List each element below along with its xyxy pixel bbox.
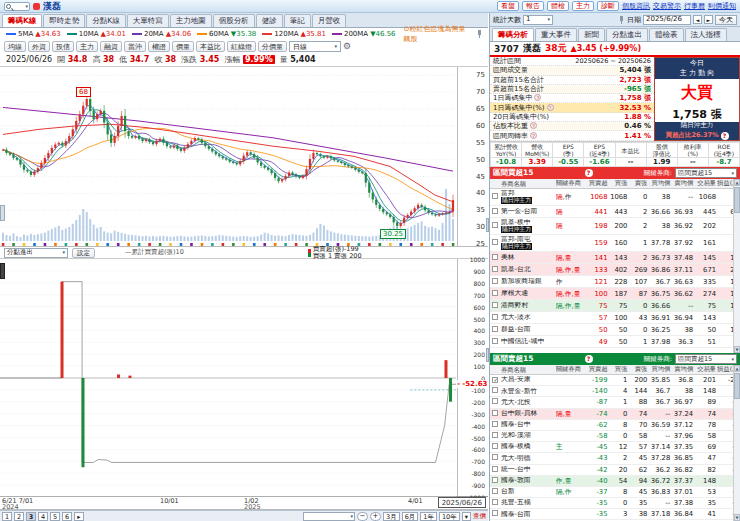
tab-4[interactable]: 主力地圖 bbox=[170, 14, 212, 27]
tab-0[interactable]: 籌碼K線 bbox=[2, 14, 42, 27]
titlebar-link-2[interactable]: 行事曆 bbox=[684, 1, 705, 11]
row-checkbox[interactable] bbox=[490, 454, 501, 462]
titlebar-button-3[interactable]: 主力 bbox=[572, 1, 594, 11]
scrollbar[interactable]: ▲▼ bbox=[733, 179, 740, 353]
zoom-in-button[interactable]: + bbox=[370, 512, 381, 521]
table-row[interactable]: 富邦-南屯隔日沖主力159160137.7837.921614 bbox=[490, 235, 740, 252]
range-button-0[interactable]: 3月 bbox=[383, 512, 400, 521]
row-checkbox[interactable] bbox=[490, 208, 501, 216]
date-input[interactable]: 2025/6/26 bbox=[643, 15, 691, 25]
analysis-tab-3[interactable]: 分點進出 bbox=[606, 28, 648, 41]
chart-toolbar-10[interactable]: 分價量 bbox=[258, 41, 287, 52]
row-checkbox[interactable] bbox=[490, 302, 501, 310]
row-checkbox[interactable] bbox=[490, 398, 501, 406]
table-row[interactable]: 台中銀-員林隔,量-74074--37.2474-6 bbox=[490, 409, 740, 420]
buy-col-1[interactable]: 關鍵券商 bbox=[556, 179, 585, 188]
buy-col-0[interactable]: 券商名稱 bbox=[501, 180, 556, 188]
checkbox-icon[interactable] bbox=[492, 421, 498, 427]
chart-toolbar-1[interactable]: 外資 bbox=[28, 41, 50, 52]
checkbox-icon[interactable] bbox=[492, 326, 498, 332]
titlebar-button-4[interactable]: 診斷 bbox=[597, 1, 619, 11]
buy-col-4[interactable]: 賣張 bbox=[628, 179, 648, 188]
price-chart-panel[interactable]: 75706560555045403530256830.25 bbox=[0, 66, 488, 247]
scroll-thumb[interactable] bbox=[734, 373, 740, 399]
sell-col-2[interactable]: 買賣超 bbox=[585, 365, 609, 374]
analysis-tab-5[interactable]: 法人指標 bbox=[685, 28, 727, 41]
checkbox-icon[interactable] bbox=[492, 266, 498, 272]
checkbox-icon[interactable] bbox=[492, 477, 498, 483]
table-row[interactable]: 元大-北投-8718836.736.9789-9 bbox=[490, 397, 740, 408]
table-row[interactable]: 兆豐-五福-35035--37.3835-2 bbox=[490, 498, 740, 509]
titlebar-link-1[interactable]: 交易警示 bbox=[653, 1, 681, 11]
row-checkbox[interactable] bbox=[490, 314, 501, 322]
page-button-6[interactable]: 6 bbox=[62, 512, 72, 521]
buy-col-3[interactable]: 買張 bbox=[609, 179, 629, 188]
titlebar-button-0[interactable]: 看盤 bbox=[497, 1, 519, 11]
date-next-button[interactable]: ► bbox=[704, 15, 713, 24]
table-row[interactable]: 美林隔,量141143236.7337.4814518 bbox=[490, 252, 740, 264]
table-row[interactable]: 群益-台南5050036.25385012 bbox=[490, 324, 740, 336]
table-row[interactable]: 凱基-台北隔,作,量13340226936.8637.1167122 bbox=[490, 264, 740, 276]
help-icon[interactable]: ? bbox=[534, 94, 541, 101]
page-button-2[interactable]: 2 bbox=[14, 512, 24, 521]
checkbox-icon[interactable] bbox=[492, 410, 498, 416]
table-row[interactable]: 第一金-台南隔441443236.6636.9344562 bbox=[490, 206, 740, 218]
checkbox-icon[interactable] bbox=[492, 488, 498, 494]
analysis-tab-4[interactable]: 體檢表 bbox=[649, 28, 684, 41]
chart-toolbar-5[interactable]: 當沖 bbox=[124, 41, 146, 52]
table-row[interactable]: 永豐金-新竹-140414436.7381481 bbox=[490, 386, 740, 397]
table-row[interactable]: ✓大昌-安康-199120035.8536.8201-24 bbox=[490, 375, 740, 386]
chart-toolbar-3[interactable]: 主力 bbox=[76, 41, 98, 52]
titlebar-link-3[interactable]: 到價通知 bbox=[708, 1, 736, 11]
tab-6[interactable]: 健診 bbox=[256, 14, 283, 27]
gear-icon[interactable]: ⚙ bbox=[343, 42, 351, 51]
scroll-down-icon[interactable]: ▼ bbox=[734, 346, 740, 353]
table-row[interactable]: 台新隔,作-3784536.8337.0153-4 bbox=[490, 487, 740, 498]
checkbox-icon[interactable] bbox=[492, 222, 498, 228]
splitter-grip[interactable] bbox=[486, 348, 489, 362]
range-button-1[interactable]: 6月 bbox=[402, 512, 419, 521]
page-button-3[interactable]: 3 bbox=[26, 512, 36, 521]
zoom-out-button[interactable]: − bbox=[357, 512, 368, 521]
buy-section-dropdown[interactable]: 區間買超15▾ bbox=[675, 168, 737, 178]
row-checkbox[interactable] bbox=[490, 466, 501, 474]
range-button-2[interactable]: 1年 bbox=[420, 512, 437, 521]
table-row[interactable]: 中國信託-城中4950137.9836.3510 bbox=[490, 336, 740, 348]
help-icon[interactable]: ? bbox=[721, 132, 729, 140]
tab-3[interactable]: 大單特寫 bbox=[127, 14, 169, 27]
row-checkbox[interactable] bbox=[490, 290, 501, 298]
row-checkbox[interactable] bbox=[490, 410, 501, 418]
analysis-tab-2[interactable]: 新聞 bbox=[578, 28, 605, 41]
table-row[interactable]: 國泰-板橋主-45125737.1437.3569-2 bbox=[490, 442, 740, 453]
scroll-up-icon[interactable]: ▲ bbox=[734, 365, 740, 372]
help-icon[interactable]: ? bbox=[530, 132, 537, 139]
chart-toolbar-2[interactable]: 投信 bbox=[52, 41, 74, 52]
checkbox-icon[interactable] bbox=[492, 454, 498, 460]
table-row[interactable]: 富邦隔日沖主力隔,作10681068038--10680 bbox=[490, 189, 740, 206]
checkbox-icon[interactable] bbox=[492, 443, 498, 449]
page-button-4[interactable]: 4 bbox=[38, 512, 48, 521]
scrollbar[interactable]: ▲▼ bbox=[733, 365, 740, 521]
chart-toolbar-0[interactable]: 均線 bbox=[4, 41, 26, 52]
row-checkbox[interactable] bbox=[490, 266, 501, 274]
date-prev-button[interactable]: ◄ bbox=[693, 15, 702, 24]
table-row[interactable]: 國泰-台中-6287036.5937.1278-2 bbox=[490, 420, 740, 431]
checkbox-icon[interactable] bbox=[492, 387, 498, 393]
scroll-down-icon[interactable]: ▼ bbox=[734, 514, 740, 521]
checkbox-icon[interactable] bbox=[492, 432, 498, 438]
sell-col-1[interactable]: 關鍵券商 bbox=[556, 365, 585, 374]
stat-days-select[interactable]: 1▾ bbox=[523, 15, 553, 25]
row-checkbox[interactable] bbox=[490, 387, 501, 395]
tab-1[interactable]: 即時走勢 bbox=[43, 14, 85, 27]
broker-flow-panel[interactable]: 10009008007006005004003002001000-100-200… bbox=[0, 259, 488, 497]
checkbox-icon[interactable] bbox=[492, 499, 498, 505]
titlebar-button-1[interactable]: 報告 bbox=[522, 1, 544, 11]
stock-search-box[interactable]: ▾ bbox=[4, 2, 30, 11]
checkbox-icon[interactable]: ✓ bbox=[492, 377, 498, 383]
checkbox-icon[interactable] bbox=[492, 510, 498, 516]
tab-2[interactable]: 分點K線 bbox=[86, 14, 125, 27]
range-input[interactable]: ▾ bbox=[303, 512, 355, 521]
checkbox-icon[interactable] bbox=[492, 290, 498, 296]
checkbox-icon[interactable] bbox=[492, 302, 498, 308]
price-check-button[interactable]: 查價 bbox=[473, 512, 486, 521]
